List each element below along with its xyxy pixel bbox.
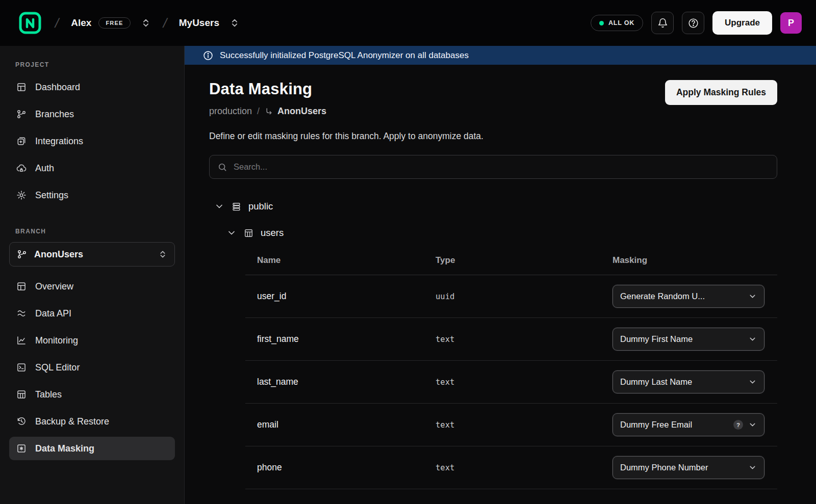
column-name: email bbox=[257, 419, 436, 430]
sidebar-item-label: Integrations bbox=[35, 136, 83, 147]
sidebar-item-data-masking[interactable]: Data Masking bbox=[9, 437, 175, 460]
sql-editor-icon bbox=[16, 362, 27, 373]
status-dot-icon bbox=[599, 21, 604, 25]
plan-badge: FREE bbox=[98, 17, 130, 29]
branch-selector[interactable]: AnonUsers bbox=[9, 242, 175, 267]
sidebar-item-auth[interactable]: Auth bbox=[9, 156, 175, 180]
apply-masking-rules-button[interactable]: Apply Masking Rules bbox=[665, 80, 777, 105]
branch-icon bbox=[17, 249, 27, 259]
status-badge[interactable]: ALL OK bbox=[591, 15, 643, 31]
breadcrumb-branch[interactable]: AnonUsers bbox=[265, 106, 326, 117]
sidebar-item-sql-editor[interactable]: SQL Editor bbox=[9, 356, 175, 379]
masking-rule-select[interactable]: Generate Random U... bbox=[613, 285, 764, 308]
sidebar: PROJECT Dashboard Branches Integrations … bbox=[0, 46, 185, 504]
breadcrumb-separator: / bbox=[54, 15, 61, 31]
auth-icon bbox=[16, 163, 27, 173]
upgrade-button[interactable]: Upgrade bbox=[712, 11, 772, 35]
branch-section-label: BRANCH bbox=[9, 228, 175, 235]
column-header-type: Type bbox=[436, 255, 613, 266]
project-switcher-chevron-icon[interactable] bbox=[230, 18, 240, 28]
chevron-down-icon bbox=[748, 335, 757, 343]
column-name: phone bbox=[257, 462, 436, 473]
sidebar-item-dashboard[interactable]: Dashboard bbox=[9, 75, 175, 99]
user-switcher-chevron-icon[interactable] bbox=[141, 18, 151, 28]
column-type: text bbox=[436, 463, 613, 472]
overview-icon bbox=[16, 281, 27, 291]
branch-selector-chevron-icon bbox=[158, 250, 167, 259]
sidebar-item-monitoring[interactable]: Monitoring bbox=[9, 329, 175, 352]
neon-logo[interactable] bbox=[17, 10, 43, 36]
sidebar-item-backup-restore[interactable]: Backup & Restore bbox=[9, 410, 175, 433]
child-branch-icon bbox=[265, 107, 273, 116]
integrations-icon bbox=[16, 136, 27, 146]
sidebar-item-branches[interactable]: Branches bbox=[9, 102, 175, 126]
breadcrumb-env[interactable]: production bbox=[209, 106, 252, 117]
avatar[interactable]: P bbox=[780, 12, 802, 34]
sidebar-item-label: Auth bbox=[35, 163, 54, 174]
sidebar-item-integrations[interactable]: Integrations bbox=[9, 129, 175, 153]
sidebar-item-settings[interactable]: Settings bbox=[9, 183, 175, 207]
chevron-down-icon bbox=[748, 292, 757, 301]
masking-table: Name Type Masking user_id uuid Generate … bbox=[245, 246, 777, 489]
sidebar-item-label: Data API bbox=[35, 308, 71, 319]
chevron-down-icon bbox=[748, 378, 757, 386]
masking-rule-select[interactable]: Dummy Free Email ? bbox=[613, 413, 764, 436]
column-name: last_name bbox=[257, 377, 436, 387]
page-content: Data Masking production / AnonUsers Appl… bbox=[185, 65, 816, 504]
column-type: uuid bbox=[436, 292, 613, 301]
notification-banner: Successfully initialized PostgreSQL Anon… bbox=[185, 46, 816, 65]
masking-rule-value: Dummy Phone Number bbox=[620, 463, 743, 472]
masking-rule-value: Dummy First Name bbox=[620, 334, 743, 344]
sidebar-item-label: SQL Editor bbox=[35, 362, 80, 373]
breadcrumb-separator: / bbox=[257, 106, 260, 117]
branch-selector-value: AnonUsers bbox=[34, 249, 83, 260]
rule-help-icon[interactable]: ? bbox=[733, 420, 743, 430]
masking-rule-value: Dummy Last Name bbox=[620, 377, 743, 387]
search-box[interactable] bbox=[209, 155, 777, 179]
dashboard-icon bbox=[16, 82, 27, 92]
sidebar-item-label: Backup & Restore bbox=[35, 416, 109, 427]
column-header-name: Name bbox=[257, 255, 436, 266]
sidebar-item-label: Data Masking bbox=[35, 443, 94, 454]
user-name: Alex bbox=[71, 17, 91, 29]
chevron-down-icon bbox=[748, 463, 757, 472]
project-name: MyUsers bbox=[179, 17, 219, 29]
sidebar-item-label: Monitoring bbox=[35, 335, 78, 346]
question-icon bbox=[688, 18, 699, 29]
project-section-label: PROJECT bbox=[9, 61, 175, 68]
sidebar-item-overview[interactable]: Overview bbox=[9, 275, 175, 298]
bell-icon bbox=[657, 18, 668, 29]
table-node-users[interactable]: users bbox=[209, 220, 777, 246]
data-api-icon bbox=[16, 308, 27, 319]
schema-name: public bbox=[248, 201, 273, 212]
top-bar: / Alex FREE / MyUsers ALL OK Upgrade P bbox=[0, 0, 816, 46]
chevron-down-icon[interactable] bbox=[214, 201, 224, 211]
table-row: last_name text Dummy Last Name bbox=[245, 361, 777, 404]
page-description: Define or edit masking rules for this br… bbox=[209, 131, 777, 142]
branches-icon bbox=[16, 109, 27, 119]
sidebar-item-tables[interactable]: Tables bbox=[9, 383, 175, 406]
table-name: users bbox=[261, 227, 284, 238]
search-input[interactable] bbox=[234, 162, 769, 172]
notifications-button[interactable] bbox=[651, 12, 674, 34]
column-header-masking: Masking bbox=[613, 255, 777, 266]
masking-rule-select[interactable]: Dummy Phone Number bbox=[613, 456, 764, 479]
masking-rule-value: Generate Random U... bbox=[620, 291, 743, 301]
table-header-row: Name Type Masking bbox=[245, 246, 777, 275]
help-button[interactable] bbox=[682, 12, 704, 34]
search-icon bbox=[217, 162, 227, 172]
masking-rule-select[interactable]: Dummy Last Name bbox=[613, 370, 764, 393]
breadcrumb-separator: / bbox=[161, 15, 168, 31]
settings-icon bbox=[16, 190, 27, 200]
column-name: user_id bbox=[257, 291, 436, 302]
masking-rule-select[interactable]: Dummy First Name bbox=[613, 328, 764, 351]
neon-logo-icon bbox=[18, 11, 42, 35]
sidebar-item-data-api[interactable]: Data API bbox=[9, 302, 175, 325]
banner-message: Successfully initialized PostgreSQL Anon… bbox=[220, 50, 469, 61]
schema-node-public[interactable]: public bbox=[209, 193, 777, 220]
table-row: first_name text Dummy First Name bbox=[245, 318, 777, 361]
chevron-down-icon[interactable] bbox=[226, 228, 237, 238]
backup-restore-icon bbox=[16, 416, 27, 427]
column-type: text bbox=[436, 378, 613, 387]
table-row: user_id uuid Generate Random U... bbox=[245, 275, 777, 318]
